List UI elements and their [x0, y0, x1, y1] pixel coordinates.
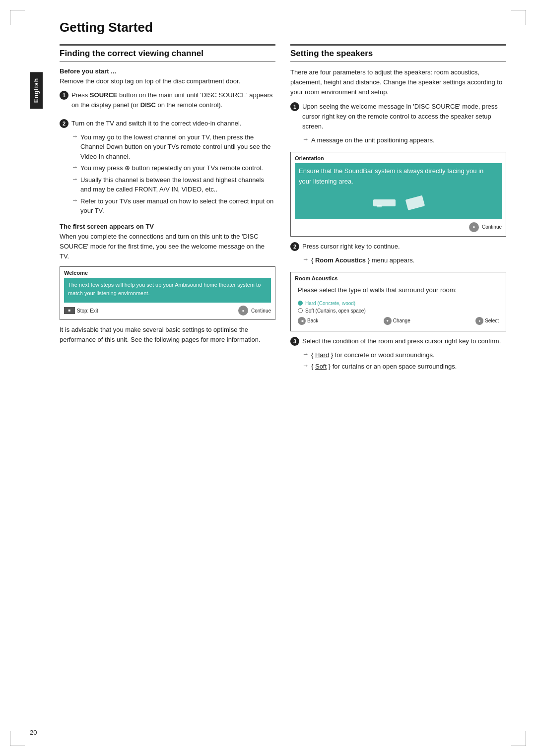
option-1-text: Hard (Concrete, wood) [305, 301, 355, 306]
right-step-1-text: Upon seeing the welcome message in 'DISC… [302, 102, 506, 131]
step-1-content: Press SOURCE button on the main unit unt… [71, 90, 275, 114]
right-step-1: 1 Upon seeing the welcome message in 'DI… [290, 102, 506, 147]
step-2-arrow-1: → You may go to the lowest channel on yo… [71, 132, 275, 162]
right-arrow-text-3b: { Soft } for curtains or an open space s… [311, 362, 506, 372]
step-2-content: Turn on the TV and switch it to the corr… [71, 119, 275, 218]
back-label: Back [307, 318, 318, 323]
arrow-sym-1: → [71, 132, 78, 162]
radio-option-1: Hard (Concrete, wood) [298, 300, 499, 307]
right-step-3-arrow-1: → { Hard } for concrete or wood surround… [302, 350, 506, 360]
arrow-sym-2: → [71, 163, 78, 173]
language-tab: English [30, 72, 43, 109]
right-step-1-num: 1 [290, 102, 299, 111]
stop-button-icon: ■ [64, 307, 75, 314]
radio-option-2: Soft (Curtains, open space) [298, 307, 499, 315]
continue-label: Continue [251, 308, 271, 314]
radio-dot-2 [298, 308, 303, 313]
back-icon: ◀ [298, 317, 306, 325]
right-step-2-text: Press cursor right key to continue. [302, 242, 506, 252]
radio-dot-1 [298, 301, 303, 306]
orientation-box-body: Ensure that the SoundBar system is alway… [299, 166, 498, 186]
room-acoustics-box: Room Acoustics Please select the type of… [290, 272, 506, 331]
page-title: Getting Started [60, 20, 506, 35]
room-acoustics-bold: Room Acoustics [315, 256, 366, 264]
first-screen-heading: The first screen appears on TV [60, 223, 275, 230]
step-2-arrow-3: → Usually this channel is between the lo… [71, 175, 275, 194]
welcome-box: Welcome The next few steps will help you… [60, 266, 275, 320]
arrow-sym-4: → [71, 196, 78, 216]
disc-bold: DISC [140, 101, 156, 109]
step-1-num: 1 [60, 91, 68, 100]
footer-left: ■ Stop: Exit [64, 307, 235, 314]
right-step-2: 2 Press cursor right key to continue. → … [290, 242, 506, 267]
change-label: Change [393, 318, 410, 323]
welcome-box-title: Welcome [64, 270, 271, 276]
step-1: 1 Press SOURCE button on the main unit u… [60, 90, 275, 114]
arrow-text-2: You may press ⊕ button repeatedly on you… [80, 163, 275, 173]
right-step-3-num: 3 [290, 337, 299, 346]
right-section-heading: Setting the speakers [290, 44, 506, 62]
right-step-3-text: Select the condition of the room and pre… [302, 336, 506, 346]
room-acoustics-body: Please select the type of walls that sur… [298, 285, 499, 295]
step-2-num: 2 [60, 119, 68, 128]
right-step-3-arrow-2: → { Soft } for curtains or an open space… [302, 362, 506, 372]
room-acoustics-inner: Please select the type of walls that sur… [295, 283, 502, 326]
orientation-continue-icon: ● [469, 222, 479, 232]
step-1-text: Press SOURCE button on the main unit unt… [71, 90, 275, 110]
right-step-2-content: Press cursor right key to continue. → { … [302, 242, 506, 267]
step-2-text: Turn on the TV and switch it to the corr… [71, 119, 275, 128]
room-acoustics-footer: ◀ Back ▼ Change ● Select [298, 317, 499, 325]
step-2: 2 Turn on the TV and switch it to the co… [60, 119, 275, 218]
welcome-box-footer: ■ Stop: Exit ● Continue [64, 305, 271, 315]
orientation-box-footer: ● Continue [295, 221, 502, 232]
right-arrow-sym-3a: → [302, 350, 309, 360]
left-column: Finding the correct viewing channel Befo… [60, 44, 275, 378]
right-step-2-arrow: → { Room Acoustics } menu appears. [302, 255, 506, 265]
flat-device-icon [371, 194, 398, 212]
right-step-1-content: Upon seeing the welcome message in 'DISC… [302, 102, 506, 147]
corner-bl [10, 731, 25, 746]
orientation-graphics [299, 190, 498, 216]
angled-device-icon [404, 193, 426, 213]
subsection-before-start: Before you start ... [60, 67, 275, 75]
corner-tr [511, 10, 526, 25]
right-step-3: 3 Select the condition of the room and p… [290, 336, 506, 374]
right-column: Setting the speakers There are four para… [290, 44, 506, 378]
change-icon: ▼ [384, 317, 392, 325]
right-intro: There are four parameters to adjust the … [290, 67, 506, 97]
left-section-heading: Finding the correct viewing channel [60, 44, 275, 62]
right-arrow-sym-3b: → [302, 362, 309, 372]
option-2-text: Soft (Curtains, open space) [305, 308, 366, 314]
arrow-sym-3: → [71, 175, 78, 194]
source-bold: SOURCE [90, 91, 118, 99]
arrow-text-1: You may go to the lowest channel on your… [80, 132, 275, 162]
select-icon: ● [475, 317, 483, 325]
right-arrow-sym-1: → [302, 135, 309, 145]
orientation-box: Orientation Ensure that the SoundBar sys… [290, 152, 506, 236]
first-screen-text: When you complete the connections and tu… [60, 232, 275, 261]
before-start-text: Remove the door stop tag on top of the d… [60, 76, 275, 86]
page-number: 20 [30, 729, 37, 736]
hard-underline: Hard [315, 351, 329, 359]
page-container: English Getting Started Finding the corr… [0, 0, 536, 756]
orientation-continue-label: Continue [482, 224, 502, 230]
step-2-arrow-2: → You may press ⊕ button repeatedly on y… [71, 163, 275, 173]
svg-rect-2 [405, 195, 425, 210]
room-acoustics-title: Room Acoustics [295, 275, 502, 281]
arrow-text-3: Usually this channel is between the lowe… [80, 175, 275, 194]
soft-underline: Soft [315, 363, 327, 370]
continue-circle-icon: ● [238, 306, 248, 315]
right-step-1-arrow: → A message on the unit positioning appe… [302, 135, 506, 145]
bottom-text: It is advisable that you make several ba… [60, 325, 275, 345]
room-footer-back-group: ◀ Back [298, 317, 318, 325]
room-footer-select-group: ● Select [475, 317, 499, 325]
room-footer-change-group: ▼ Change [384, 317, 410, 325]
arrow-text-4: Refer to your TVs user manual on how to … [80, 196, 275, 216]
step-2-arrow-4: → Refer to your TVs user manual on how t… [71, 196, 275, 216]
right-step-2-num: 2 [290, 242, 299, 251]
right-arrow-text-2: { Room Acoustics } menu appears. [311, 255, 506, 265]
corner-tl [10, 10, 25, 25]
stop-label: Stop: Exit [77, 308, 98, 314]
welcome-box-body: The next few steps will help you set up … [68, 282, 261, 296]
two-col-layout: Finding the correct viewing channel Befo… [60, 44, 506, 378]
